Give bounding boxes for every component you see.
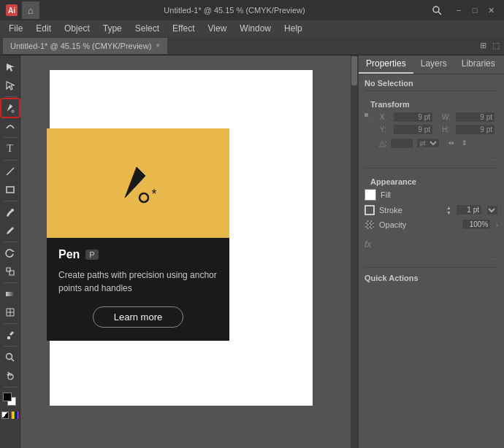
tooltip-title-row: Pen P xyxy=(58,248,218,261)
menu-window[interactable]: Window xyxy=(234,22,277,35)
rotate-tool[interactable] xyxy=(1,244,19,262)
menu-object[interactable]: Object xyxy=(58,22,96,35)
stroke-unit-select[interactable]: ▼ xyxy=(486,205,498,215)
pen-tool[interactable] xyxy=(1,99,19,117)
tab-libraries[interactable]: Libraries xyxy=(454,55,503,74)
opacity-more-button[interactable]: › xyxy=(495,220,498,229)
stroke-label: Stroke xyxy=(379,206,442,215)
tab-properties[interactable]: Properties xyxy=(359,55,413,74)
menu-type[interactable]: Type xyxy=(97,22,128,35)
menu-select[interactable]: Select xyxy=(129,22,165,35)
opacity-row: Opacity › xyxy=(364,219,498,230)
fill-label: Fill xyxy=(381,190,498,199)
svg-line-1 xyxy=(438,12,441,15)
transform-section: Transform X: W: xyxy=(359,91,504,153)
w-input[interactable] xyxy=(455,112,495,123)
opacity-value-input[interactable] xyxy=(462,219,491,230)
svg-line-3 xyxy=(7,168,14,175)
stroke-value-input[interactable] xyxy=(456,204,482,215)
tab-label: Untitled-1* @ 45.15 % (CMYK/Preview) xyxy=(10,42,151,50)
toolbar-separator-8 xyxy=(4,346,17,347)
tab-layers[interactable]: Layers xyxy=(413,55,454,74)
mesh-tool[interactable] xyxy=(1,304,19,321)
none-color-button[interactable] xyxy=(1,412,9,419)
eyedropper-tool[interactable] xyxy=(1,326,19,344)
transform-alignment-icon xyxy=(364,113,377,121)
left-toolbar: T xyxy=(0,55,20,448)
scrollbar-thumb[interactable] xyxy=(351,56,357,85)
menu-help[interactable]: Help xyxy=(278,22,308,35)
gradient-color-button[interactable] xyxy=(11,412,18,419)
scale-tool[interactable] xyxy=(1,263,19,280)
gradient-tool[interactable] xyxy=(1,285,19,303)
window-controls: − □ ✕ xyxy=(451,3,498,18)
color-swatches[interactable] xyxy=(1,391,19,409)
pencil-tool[interactable] xyxy=(1,222,19,239)
toolbar-separator-3 xyxy=(4,160,17,161)
direct-selection-tool[interactable] xyxy=(1,77,19,94)
color-mode-buttons xyxy=(1,412,18,419)
close-button[interactable]: ✕ xyxy=(484,3,498,18)
flip-horizontal-button[interactable]: ⇔ xyxy=(446,137,457,149)
h-label: H: xyxy=(442,125,454,134)
menu-edit[interactable]: Edit xyxy=(30,22,57,35)
menu-effect[interactable]: Effect xyxy=(167,22,200,35)
minimize-button[interactable]: − xyxy=(451,3,466,18)
menu-view[interactable]: View xyxy=(202,22,233,35)
h-input[interactable] xyxy=(455,124,495,135)
app-icon: Ai xyxy=(6,4,18,16)
fill-swatch[interactable] xyxy=(364,189,376,201)
title-bar: Ai ⌂ Untitled-1* @ 45.15 % (CMYK/Preview… xyxy=(0,0,504,20)
expand-button[interactable]: ⬚ xyxy=(491,39,501,52)
paintbrush-tool[interactable] xyxy=(1,204,19,221)
tooltip-description: Create paths with precision using anchor… xyxy=(58,269,218,295)
svg-rect-4 xyxy=(7,187,14,193)
search-button[interactable] xyxy=(429,3,444,18)
appearance-more-button[interactable]: ··· xyxy=(359,252,504,267)
x-label: X: xyxy=(380,113,392,121)
vertical-scrollbar[interactable] xyxy=(351,55,358,448)
no-selection-label: No Selection xyxy=(359,74,504,90)
arrange-button[interactable]: ⊞ xyxy=(478,39,488,52)
tab-close-button[interactable]: × xyxy=(156,42,160,50)
angle-input[interactable] xyxy=(390,138,413,149)
toolbar-separator-5 xyxy=(4,242,17,242)
svg-line-10 xyxy=(11,359,14,362)
home-button[interactable]: ⌂ xyxy=(22,1,39,19)
toolbar-separator-9 xyxy=(4,387,17,387)
hand-tool[interactable] xyxy=(1,367,19,385)
y-label: Y: xyxy=(380,125,392,134)
svg-point-0 xyxy=(433,7,439,12)
y-input[interactable] xyxy=(393,124,433,135)
foreground-color-swatch[interactable] xyxy=(3,393,12,401)
document-tab[interactable]: Untitled-1* @ 45.15 % (CMYK/Preview) × xyxy=(3,38,167,54)
transform-more-button[interactable]: ··· xyxy=(359,153,504,168)
selection-tool[interactable] xyxy=(1,58,19,76)
type-tool[interactable]: T xyxy=(1,140,19,158)
stroke-stepper[interactable]: ▲▼ xyxy=(446,205,451,215)
pen-cursor-icon: * xyxy=(119,163,156,204)
menu-file[interactable]: File xyxy=(3,22,28,35)
learn-more-button[interactable]: Learn more xyxy=(93,306,183,328)
fill-row: Fill xyxy=(364,189,498,201)
curvature-tool[interactable] xyxy=(1,117,19,135)
restore-button[interactable]: □ xyxy=(467,3,482,18)
main-layout: T xyxy=(0,55,504,448)
stroke-swatch[interactable] xyxy=(364,205,375,215)
x-input[interactable] xyxy=(393,112,433,123)
toolbar-separator-7 xyxy=(4,323,17,324)
flip-vertical-button[interactable]: ⇕ xyxy=(459,137,470,149)
zoom-tool[interactable] xyxy=(1,349,19,366)
angle-unit-select[interactable]: pt xyxy=(416,138,440,148)
pen-tool-tooltip: * Pen P Create paths with precision usin… xyxy=(47,128,229,341)
panel-tabs: Properties Layers Libraries xyxy=(359,55,504,74)
menu-bar: File Edit Object Type Select Effect View… xyxy=(0,20,504,36)
svg-point-2 xyxy=(12,110,14,112)
tooltip-content: Pen P Create paths with precision using … xyxy=(47,238,229,341)
tooltip-title: Pen xyxy=(58,248,80,261)
fx-label[interactable]: fx xyxy=(359,238,504,252)
line-tool[interactable] xyxy=(1,163,19,180)
rectangle-tool[interactable] xyxy=(1,181,19,198)
toolbar-separator-2 xyxy=(4,137,17,138)
canvas-area: * Pen P Create paths with precision usin… xyxy=(20,55,358,448)
